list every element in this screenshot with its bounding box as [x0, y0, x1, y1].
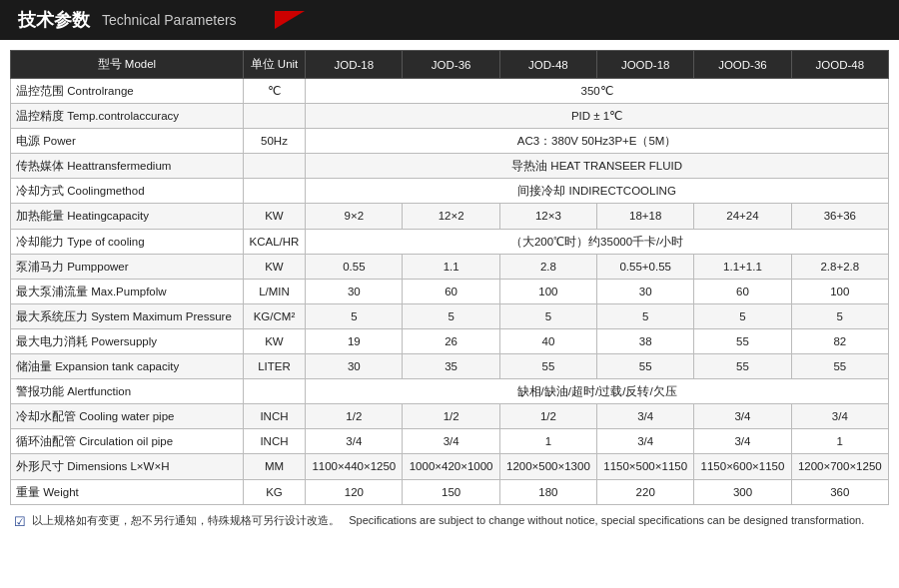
row-value-jod36: 1/2 [403, 404, 499, 429]
row-value-jood36: 5 [694, 303, 791, 328]
row-value-jod18: 3/4 [306, 429, 403, 454]
col-jod36: JOD-36 [403, 51, 499, 79]
row-param: 冷却方式 Coolingmethod [11, 179, 244, 204]
table-row: 最大电力消耗 PowersupplyKW192640385582 [11, 328, 889, 353]
row-value-jood48: 3/4 [791, 404, 888, 429]
table-row: 冷却水配管 Cooling water pipeINCH1/21/21/23/4… [11, 404, 889, 429]
row-value-jod48: 100 [499, 279, 596, 303]
row-value-jood18: 3/4 [597, 404, 694, 429]
row-value-jood36: 55 [694, 354, 791, 379]
row-span-value: 缺相/缺油/超时/过载/反转/欠压 [306, 379, 889, 404]
row-value-jood18: 38 [597, 328, 694, 353]
row-value-jood36: 60 [694, 279, 791, 303]
table-row: 电源 Power50HzAC3：380V 50Hz3P+E（5M） [11, 129, 889, 154]
row-value-jood36: 3/4 [694, 429, 791, 454]
row-value-jod48: 1/2 [499, 404, 596, 429]
header-title-en: Technical Parameters [102, 12, 237, 28]
row-value-jood18: 3/4 [597, 429, 694, 454]
table-row: 泵浦马力 PumppowerKW0.551.12.80.55+0.551.1+1… [11, 254, 889, 279]
row-value-jood48: 1 [791, 429, 888, 454]
row-value-jod36: 1000×420×1000 [403, 454, 499, 479]
table-row: 外形尺寸 Dimensions L×W×HMM1100×440×12501000… [11, 454, 889, 479]
row-value-jod18: 1/2 [306, 404, 403, 429]
row-unit: L/MIN [243, 279, 305, 303]
col-jod48: JOD-48 [499, 51, 596, 79]
row-value-jood18: 1150×500×1150 [597, 454, 694, 479]
col-unit: 单位 Unit [243, 51, 305, 79]
footer-text: 以上规格如有变更，恕不另行通知，特殊规格可另行设计改造。 Specificati… [32, 513, 864, 528]
row-param: 电源 Power [11, 129, 244, 154]
table-row: 最大泵浦流量 Max.PumpfolwL/MIN30601003060100 [11, 279, 889, 303]
row-value-jood48: 1200×700×1250 [791, 454, 888, 479]
row-value-jod18: 0.55 [306, 254, 403, 279]
table-row: 传热媒体 Heattransfermedium导热油 HEAT TRANSEER… [11, 154, 889, 179]
table-row: 最大系统压力 System Maximum PressureKG/CM²5555… [11, 303, 889, 328]
row-param: 冷却水配管 Cooling water pipe [11, 404, 244, 429]
footer-icon: ☑ [14, 514, 26, 529]
row-value-jood36: 1150×600×1150 [694, 454, 791, 479]
row-unit: KCAL/HR [243, 229, 305, 254]
table-row: 重量 WeightKG120150180220300360 [11, 479, 889, 504]
row-unit [243, 379, 305, 404]
row-value-jod36: 26 [403, 328, 499, 353]
row-value-jod36: 1.1 [403, 254, 499, 279]
row-value-jod36: 35 [403, 354, 499, 379]
row-unit: LITER [243, 354, 305, 379]
row-value-jod18: 9×2 [306, 204, 403, 229]
row-value-jod48: 5 [499, 303, 596, 328]
row-param: 温控范围 Controlrange [11, 79, 244, 104]
row-unit: KG/CM² [243, 303, 305, 328]
table-row: 循环油配管 Circulation oil pipeINCH3/43/413/4… [11, 429, 889, 454]
row-span-value: （大200℃时）约35000千卡/小时 [306, 229, 889, 254]
row-value-jood36: 24+24 [694, 204, 791, 229]
row-param: 最大电力消耗 Powersupply [11, 328, 244, 353]
row-value-jod18: 5 [306, 303, 403, 328]
row-value-jod18: 120 [306, 479, 403, 504]
row-value-jood48: 100 [791, 279, 888, 303]
col-model: 型号 Model [11, 51, 244, 79]
row-value-jood18: 0.55+0.55 [597, 254, 694, 279]
row-unit: KW [243, 254, 305, 279]
row-unit: KW [243, 204, 305, 229]
row-value-jood48: 55 [791, 354, 888, 379]
row-value-jod36: 150 [403, 479, 499, 504]
row-unit: 50Hz [243, 129, 305, 154]
params-table: 型号 Model 单位 Unit JOD-18 JOD-36 JOD-48 JO… [10, 50, 889, 505]
footer: ☑ 以上规格如有变更，恕不另行通知，特殊规格可另行设计改造。 Specifica… [0, 505, 899, 537]
row-span-value: 导热油 HEAT TRANSEER FLUID [306, 154, 889, 179]
row-param: 储油量 Expansion tank capacity [11, 354, 244, 379]
row-param: 泵浦马力 Pumppower [11, 254, 244, 279]
row-value-jod36: 60 [403, 279, 499, 303]
row-value-jood18: 55 [597, 354, 694, 379]
table-row: 冷却能力 Type of coolingKCAL/HR（大200℃时）约3500… [11, 229, 889, 254]
col-jood18: JOOD-18 [597, 51, 694, 79]
row-span-value: 间接冷却 INDIRECTCOOLING [306, 179, 889, 204]
row-value-jod48: 55 [499, 354, 596, 379]
table-wrap: 型号 Model 单位 Unit JOD-18 JOD-36 JOD-48 JO… [0, 50, 899, 505]
header-title-zh: 技术参数 [18, 8, 90, 32]
row-value-jood36: 300 [694, 479, 791, 504]
row-value-jod18: 1100×440×1250 [306, 454, 403, 479]
row-unit: INCH [243, 404, 305, 429]
row-unit [243, 104, 305, 129]
row-value-jood48: 2.8+2.8 [791, 254, 888, 279]
row-span-value: 350℃ [306, 79, 889, 104]
row-value-jood36: 3/4 [694, 404, 791, 429]
row-unit [243, 154, 305, 179]
row-param: 冷却能力 Type of cooling [11, 229, 244, 254]
row-unit: KG [243, 479, 305, 504]
row-value-jood18: 220 [597, 479, 694, 504]
row-value-jood48: 82 [791, 328, 888, 353]
row-value-jod48: 12×3 [499, 204, 596, 229]
row-span-value: PID ± 1℃ [306, 104, 889, 129]
row-param: 温控精度 Temp.controlaccuracy [11, 104, 244, 129]
row-span-value: AC3：380V 50Hz3P+E（5M） [306, 129, 889, 154]
row-value-jood48: 5 [791, 303, 888, 328]
row-value-jood48: 36+36 [791, 204, 888, 229]
row-value-jood36: 55 [694, 328, 791, 353]
row-value-jod48: 2.8 [499, 254, 596, 279]
row-value-jod48: 180 [499, 479, 596, 504]
row-value-jod48: 1 [499, 429, 596, 454]
row-param: 最大泵浦流量 Max.Pumpfolw [11, 279, 244, 303]
row-value-jood36: 1.1+1.1 [694, 254, 791, 279]
